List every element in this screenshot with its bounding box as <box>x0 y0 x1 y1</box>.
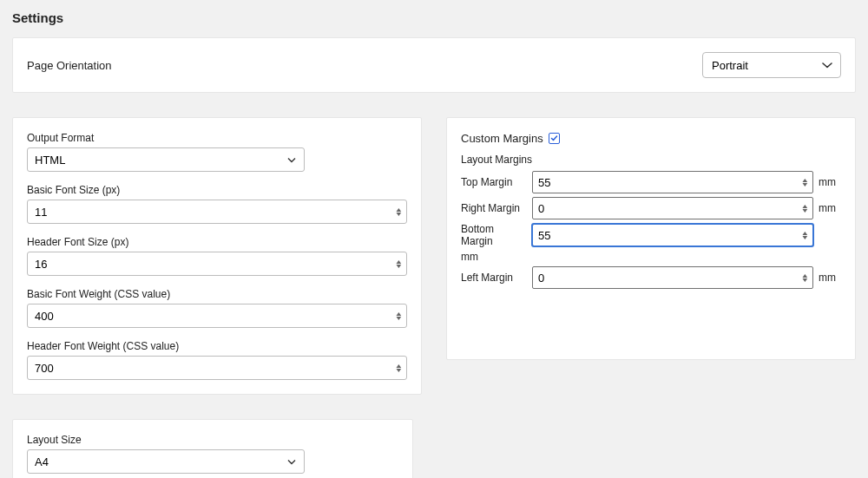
header-font-size-input[interactable] <box>27 252 407 276</box>
layout-margins-label: Layout Margins <box>461 154 841 166</box>
unit-label: mm <box>819 176 841 188</box>
header-font-size-label: Header Font Size (px) <box>27 236 407 248</box>
basic-font-weight-input[interactable] <box>27 304 407 328</box>
page-orientation-select[interactable] <box>702 52 841 78</box>
output-format-select[interactable] <box>27 147 305 172</box>
custom-margins-checkbox[interactable] <box>549 133 560 144</box>
page-title: Settings <box>12 10 856 25</box>
left-margin-label: Left Margin <box>461 272 527 284</box>
custom-margins-label: Custom Margins <box>461 132 543 145</box>
layout-size-card: Layout Size <box>12 419 413 478</box>
basic-font-weight-label: Basic Font Weight (CSS value) <box>27 288 407 300</box>
header-font-weight-label: Header Font Weight (CSS value) <box>27 340 407 352</box>
right-margin-label: Right Margin <box>461 202 527 214</box>
layout-size-label: Layout Size <box>27 434 398 446</box>
unit-label: mm <box>819 272 841 284</box>
right-margin-input[interactable] <box>532 197 813 219</box>
basic-font-size-label: Basic Font Size (px) <box>27 184 407 196</box>
output-format-label: Output Format <box>27 132 407 144</box>
top-margin-input[interactable] <box>532 171 813 193</box>
bottom-margin-label: Bottom Margin <box>461 223 527 247</box>
custom-margins-card: Custom Margins Layout Margins Top Margin… <box>446 117 856 360</box>
basic-font-size-input[interactable] <box>27 200 407 224</box>
output-format-card: Output Format Basic Font Size (px) ▲▼ He… <box>12 117 422 395</box>
unit-label: mm <box>819 202 841 214</box>
unit-label: mm <box>461 251 841 263</box>
header-font-weight-input[interactable] <box>27 356 407 380</box>
bottom-margin-input[interactable] <box>532 224 813 246</box>
page-orientation-card: Page Orientation <box>12 37 856 93</box>
top-margin-label: Top Margin <box>461 176 527 188</box>
left-margin-input[interactable] <box>532 266 813 289</box>
layout-size-select[interactable] <box>27 449 305 474</box>
page-orientation-label: Page Orientation <box>27 59 112 72</box>
